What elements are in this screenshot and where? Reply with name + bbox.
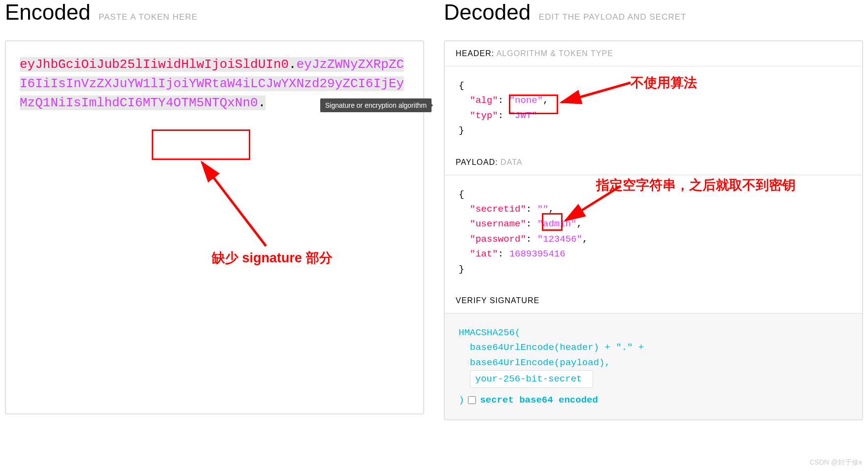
- arrow-missing-sig: [197, 157, 286, 251]
- token-dot1: .: [289, 57, 297, 72]
- annotation-box-missing-sig: [152, 129, 250, 160]
- encoded-subtitle: PASTE A TOKEN HERE: [99, 12, 198, 22]
- svg-line-2: [566, 186, 621, 220]
- tooltip-signature-algorithm: Signature or encryption algorithm: [320, 98, 432, 112]
- base64-checkbox[interactable]: [468, 396, 476, 404]
- decoded-subtitle: EDIT THE PAYLOAD AND SECRET: [539, 12, 687, 22]
- annotation-text-no-alg: 不使用算法: [631, 74, 697, 92]
- encoded-title: Encoded: [5, 0, 91, 25]
- base64-checkbox-label[interactable]: secret base64 encoded: [480, 393, 598, 408]
- token-header-part: eyJhbGciOiJub25lIiwidHlwIjoiSldUIn0: [20, 57, 289, 72]
- signature-section-label: VERIFY SIGNATURE: [445, 288, 862, 313]
- svg-line-1: [562, 83, 631, 102]
- arrow-no-alg: [557, 79, 635, 108]
- payload-section-label: PAYLOAD: DATA: [445, 150, 862, 175]
- watermark: CSDN @封于修x: [809, 458, 862, 467]
- signature-body: HMACSHA256( base64UrlEncode(header) + ".…: [445, 313, 862, 420]
- annotation-box-secretid-empty: [542, 213, 563, 231]
- svg-line-0: [202, 162, 266, 246]
- header-section-label: HEADER: ALGORITHM & TOKEN TYPE: [445, 41, 862, 66]
- annotation-box-alg-none: [509, 94, 558, 114]
- annotation-text-missing-sig: 缺少 signature 部分: [212, 249, 333, 267]
- decoded-title: Decoded: [444, 0, 531, 25]
- arrow-empty-secret: [562, 182, 626, 226]
- annotation-text-empty-secret: 指定空字符串，之后就取不到密钥: [596, 176, 796, 194]
- secret-input[interactable]: [470, 370, 593, 388]
- token-dot2: .: [258, 95, 266, 110]
